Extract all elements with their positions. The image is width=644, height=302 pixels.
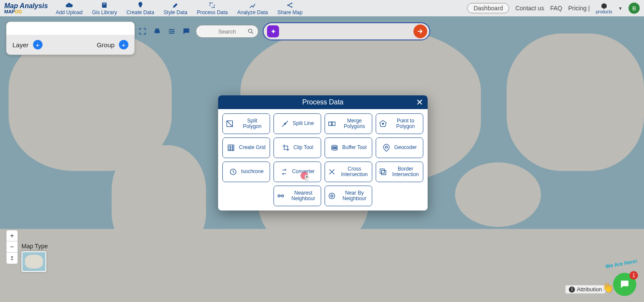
modal-close-button[interactable]: ✕ — [416, 97, 423, 107]
chat-unread-badge: 1 — [629, 271, 638, 280]
svg-rect-22 — [380, 169, 384, 173]
chat-widget: We Are Here! 👋 1 — [613, 273, 636, 296]
svg-point-19 — [331, 148, 337, 150]
clip-icon — [282, 143, 290, 152]
pricing-link[interactable]: Pricing | — [568, 5, 589, 12]
comment-button[interactable] — [181, 26, 191, 37]
brand-logo[interactable]: Map Analysis MAPOG — [4, 3, 48, 14]
add-group-button[interactable]: + — [119, 40, 128, 49]
tool-nearest-neighbour[interactable]: Nearest Neighbour — [273, 186, 321, 206]
tool-converter[interactable]: Converter — [273, 162, 321, 182]
print-button[interactable] — [152, 26, 162, 37]
style-icon — [172, 1, 179, 9]
group-add: Group + — [97, 40, 128, 49]
svg-point-10 — [249, 29, 252, 33]
user-avatar[interactable]: B — [629, 3, 640, 14]
svg-point-27 — [329, 193, 334, 198]
dashboard-button[interactable]: Dashboard — [467, 3, 510, 13]
reset-north-button[interactable]: ↥ — [6, 253, 18, 264]
ai-spark-button[interactable]: ✦ — [267, 25, 279, 37]
zoom-in-button[interactable]: + — [6, 230, 18, 241]
arrow-right-icon — [416, 27, 424, 35]
modal-title: Process Data — [302, 98, 343, 106]
group-label: Group — [97, 41, 115, 49]
top-bar: Map Analysis MAPOG Add Upload Gis Librar… — [0, 0, 644, 16]
tool-merge-polygons[interactable]: Merge Polygons — [325, 113, 372, 134]
attribution-label: Attribution — [577, 286, 602, 293]
pin-icon — [137, 1, 144, 9]
nav-style-data[interactable]: Style Data — [164, 1, 187, 15]
tool-nearby-neighbour[interactable]: Near By Neighbour — [325, 186, 372, 206]
settings-sliders-button[interactable] — [167, 26, 177, 37]
svg-point-26 — [331, 195, 333, 197]
tool-isochrone[interactable]: Isochrone — [222, 162, 270, 182]
tool-clip[interactable]: Clip Tool — [273, 137, 321, 158]
svg-point-8 — [173, 31, 174, 32]
attribution-button[interactable]: i Attribution — [565, 285, 605, 293]
layer-label: Layer — [12, 41, 29, 49]
tool-cross-intersection[interactable]: Cross Intersection — [325, 162, 372, 182]
svg-rect-23 — [382, 171, 386, 175]
nav-share-map[interactable]: Share Map — [277, 1, 303, 15]
svg-rect-1 — [103, 3, 106, 4]
tool-point-to-polygon[interactable]: Point to Polygon — [376, 113, 423, 134]
map-type-thumb[interactable] — [21, 251, 46, 272]
split-line-icon — [281, 119, 289, 128]
nav-create-data[interactable]: Create Data — [126, 1, 154, 15]
right-nav: Dashboard Contact us FAQ Pricing | produ… — [467, 3, 640, 14]
svg-point-16 — [382, 123, 383, 124]
svg-point-4 — [291, 6, 292, 8]
zoom-out-button[interactable]: − — [6, 241, 18, 253]
layer-panel-tabs[interactable] — [6, 22, 134, 35]
svg-point-24 — [278, 195, 280, 197]
ai-search-input[interactable] — [283, 28, 410, 35]
comment-icon — [182, 27, 191, 36]
products-menu[interactable]: products — [596, 3, 612, 14]
ai-search-bar: ✦ — [263, 22, 430, 40]
tool-geocoder[interactable]: Geocoder — [376, 137, 423, 158]
nav-process-data[interactable]: Process Data — [197, 1, 228, 15]
nav-add-upload[interactable]: Add Upload — [56, 1, 83, 15]
chat-button[interactable]: 1 — [613, 273, 636, 296]
ai-search-submit[interactable] — [413, 24, 427, 38]
print-icon — [153, 27, 161, 36]
map-type-switcher: Map Type — [21, 243, 48, 272]
map-type-label: Map Type — [21, 243, 48, 250]
search-input[interactable] — [208, 28, 246, 35]
analyze-icon — [249, 1, 256, 9]
toolbar-cluster: ✦ — [137, 22, 430, 40]
tool-border-intersection[interactable]: Border Intersection — [376, 162, 423, 182]
modal-tool-grid: Split Polygon Split Line Merge Polygons … — [218, 109, 428, 210]
tool-split-polygon[interactable]: Split Polygon — [222, 113, 270, 134]
zoom-controls: + − ↥ — [6, 230, 18, 264]
svg-point-3 — [291, 3, 292, 4]
add-layer-button[interactable]: + — [33, 40, 43, 49]
border-intersection-icon — [379, 168, 387, 176]
process-icon — [208, 1, 216, 9]
svg-rect-5 — [155, 31, 160, 34]
cube-icon — [601, 3, 608, 9]
fullscreen-icon — [138, 27, 147, 36]
faq-link[interactable]: FAQ — [550, 5, 562, 12]
tool-buffer[interactable]: Buffer Tool — [325, 137, 372, 158]
contact-link[interactable]: Contact us — [515, 5, 544, 12]
nav-analyze-data[interactable]: Analyze Data — [237, 1, 268, 15]
tool-create-grid[interactable]: Create Grid — [222, 137, 270, 158]
cloud-upload-icon — [65, 1, 73, 9]
point-to-polygon-icon — [379, 119, 387, 128]
svg-rect-6 — [155, 28, 159, 30]
nav-gis-library[interactable]: Gis Library — [92, 1, 117, 15]
sliders-icon — [167, 27, 176, 36]
svg-point-2 — [287, 4, 289, 6]
split-polygon-icon — [225, 119, 234, 128]
svg-rect-0 — [102, 3, 107, 8]
fullscreen-button[interactable] — [137, 26, 148, 37]
small-search[interactable] — [196, 25, 258, 38]
layer-panel: Layer + Group + — [6, 21, 135, 55]
svg-point-9 — [170, 33, 172, 34]
dropdown-caret-icon[interactable]: ▼ — [618, 6, 623, 11]
layer-add: Layer + — [12, 40, 43, 49]
svg-point-25 — [282, 195, 284, 197]
search-icon — [247, 28, 254, 35]
tool-split-line[interactable]: Split Line — [273, 113, 321, 134]
